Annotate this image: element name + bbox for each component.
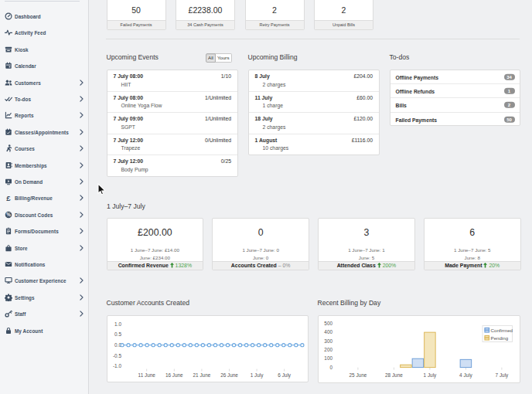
sidebar-item-staff[interactable]: Staff: [0, 306, 89, 322]
sidebar-item-label: Reports: [15, 113, 34, 118]
todo-row[interactable]: Failed Payments50: [390, 113, 520, 127]
line-marker: [288, 344, 291, 347]
customers-icon: [5, 79, 12, 87]
x-tick-label: 25 June: [350, 372, 367, 378]
chevron-right-icon: [80, 245, 84, 251]
sidebar-item-customers[interactable]: Customers: [0, 74, 89, 90]
sidebar-item-to-dos[interactable]: To-dos: [0, 90, 89, 107]
sidebar-item-kiosk[interactable]: Kiosk: [0, 41, 89, 57]
top-stat-card: £2238.0034 Cash Payments: [176, 0, 235, 30]
line-marker: [176, 344, 179, 347]
sidebar-item-memberships[interactable]: Memberships: [0, 157, 89, 173]
chevron-right-icon: [80, 145, 84, 151]
todo-row[interactable]: Bills2: [390, 98, 520, 112]
event-capacity: 0/25: [221, 158, 231, 164]
reports-icon: [5, 111, 12, 119]
sidebar-item-reports[interactable]: Reports: [0, 107, 89, 124]
line-marker: [213, 344, 217, 347]
todo-row[interactable]: Offline Payments34: [390, 70, 520, 84]
line-marker: [158, 344, 161, 347]
sidebar-item-customer-experience[interactable]: Customer Experience: [0, 273, 89, 289]
top-stat-value: 2: [246, 5, 304, 15]
sidebar-item-billing-revenue[interactable]: £Billing/Revenue: [0, 190, 89, 206]
event-row[interactable]: 7 July 12:00Body Pump0/25: [107, 155, 238, 177]
event-row[interactable]: 7 July 08:00Online Yoga Flow1/Unlimited: [107, 92, 238, 114]
chevron-right-icon: [80, 294, 84, 301]
sidebar-item-dashboard[interactable]: Dashboard: [0, 8, 89, 24]
trend-up-arrow-icon: [377, 263, 381, 268]
staff-icon: [5, 310, 12, 318]
event-date: 7 July 08:00: [114, 73, 144, 79]
y-tick-label: -0.5: [112, 353, 121, 358]
period-title: 1 July–7 July: [107, 202, 145, 210]
line-marker: [120, 344, 123, 347]
todo-label: Failed Payments: [396, 117, 438, 122]
billing-row[interactable]: 18 July2 charges£120.00: [249, 113, 380, 134]
x-tick-label: 1 July: [250, 372, 263, 379]
top-stat-label[interactable]: Retry Payments: [246, 20, 304, 29]
todo-row[interactable]: Offline Refunds1: [390, 84, 520, 98]
event-row[interactable]: 7 July 08:00HIIT1/10: [107, 70, 238, 92]
todos-icon: [5, 95, 12, 103]
period-compare-line2: June: 0: [213, 255, 309, 260]
dashboard-icon: [5, 12, 12, 20]
billing-row[interactable]: 11 July1 charge£60.00: [249, 92, 380, 114]
courses-icon: [5, 144, 12, 152]
line-marker: [164, 344, 167, 347]
confirmed-bar: [460, 359, 472, 367]
legend-label: Confirmed: [491, 328, 513, 333]
event-name: Body Pump: [121, 167, 148, 172]
sidebar-item-forms-documents[interactable]: Forms/Documents: [0, 223, 89, 239]
sidebar-item-settings[interactable]: Settings: [0, 289, 89, 305]
trend-up-arrow-icon: [170, 263, 174, 268]
trend-up-arrow-icon: [170, 263, 176, 268]
chevron-right-icon: [80, 162, 84, 168]
sidebar-item-on-demand[interactable]: On Demand: [0, 173, 89, 189]
todo-count-badge: 34: [504, 73, 515, 80]
confirmed-bar: [412, 358, 424, 367]
period-stat-value: 3: [319, 227, 414, 238]
billing-row[interactable]: 1 August10 charges£1116.00: [249, 134, 380, 156]
billing-row[interactable]: 8 July2 charges£204.00: [249, 70, 380, 92]
pending-bar: [401, 365, 412, 367]
sidebar-item-courses[interactable]: Courses: [0, 141, 89, 157]
period-compare-line1: 1 June–7 June: 0: [213, 247, 309, 253]
top-stat-label[interactable]: 34 Cash Payments: [176, 20, 234, 29]
top-stat-label[interactable]: Failed Payments: [107, 20, 165, 29]
event-name: SGPT: [121, 124, 136, 130]
toggle-yours-button[interactable]: Yours: [216, 53, 232, 63]
billing-by-day-chart: 500400300200100025 June28 June1 July4 Ju…: [318, 315, 520, 383]
line-marker: [126, 344, 129, 347]
sidebar-item-discount-codes[interactable]: %Discount Codes: [0, 206, 89, 222]
sidebar-item-activity-feed[interactable]: Activity Feed: [0, 25, 89, 41]
calendar-icon: [5, 62, 12, 70]
x-tick-label: 1 July: [424, 372, 437, 379]
sidebar-item-my-account[interactable]: My Account: [0, 322, 89, 338]
sidebar-item-notifications[interactable]: Notifications: [0, 256, 89, 272]
sidebar-item-calendar[interactable]: Calendar: [0, 58, 89, 74]
sidebar-item-classes-appointments[interactable]: Classes/Appointments: [0, 124, 89, 140]
chevron-right-icon: [80, 277, 84, 284]
event-capacity: 1/Unlimited: [205, 116, 231, 121]
chevron-right-icon: [80, 96, 84, 102]
event-name: Online Yoga Flow: [121, 103, 162, 108]
line-marker: [269, 344, 272, 347]
top-stat-label[interactable]: Unpaid Bills: [315, 20, 373, 29]
sidebar-item-label: Memberships: [15, 162, 47, 168]
event-row[interactable]: 7 July 12:00Trapeze0/Unlimited: [107, 134, 238, 156]
line-marker: [170, 344, 173, 347]
y-tick-label: -1.0: [112, 363, 121, 369]
event-name: HIIT: [121, 82, 131, 87]
sidebar-item-store[interactable]: Store: [0, 239, 89, 256]
line-marker: [226, 344, 229, 347]
event-row[interactable]: 7 July 09:00SGPT1/Unlimited: [107, 113, 238, 134]
kiosk-icon: [5, 46, 12, 53]
billing-charges: 1 charge: [263, 103, 283, 108]
y-tick-label: 200: [324, 347, 332, 352]
event-date: 7 July 08:00: [114, 95, 144, 100]
event-date: 7 July 12:00: [114, 138, 144, 143]
toggle-all-button[interactable]: All: [206, 53, 216, 63]
memberships-icon: [5, 161, 12, 169]
period-stat-footer: Made Payment 20%: [425, 261, 520, 270]
billing-date: 1 August: [255, 138, 278, 143]
